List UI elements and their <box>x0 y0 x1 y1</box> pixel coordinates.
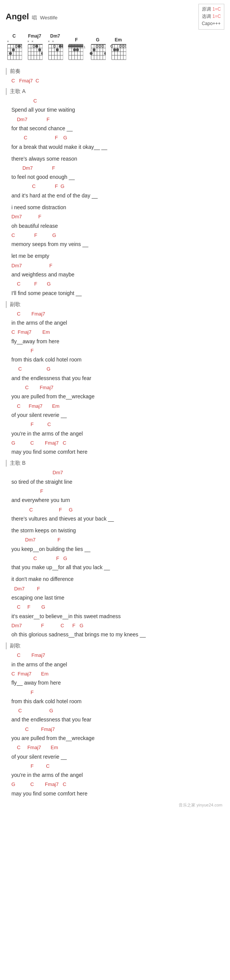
chord-diagram-F: F <box>67 37 86 60</box>
ch1-lyric-8: may you find some comfort here <box>11 447 224 457</box>
original-key-value: 1=C <box>212 6 221 13</box>
chorus2-line-6: C Fmaj7 Em of your silent reverie __ <box>11 743 224 762</box>
vb-lyric-5: you keep__on building the lies __ <box>11 544 224 554</box>
lyric-8: oh beautiful release <box>11 221 224 231</box>
chorus1-line-8: G C Fmaj7 C may you find some comfort he… <box>11 439 224 457</box>
original-key-row: 原调 1=C <box>202 6 221 13</box>
singer-label: 唱 <box>32 14 37 21</box>
chord-5: Dm7 F <box>11 164 224 172</box>
chord-diagram-Em: Em <box>110 37 126 60</box>
lyric-12: I'll find some peace tonight __ <box>11 289 224 298</box>
chorus-2-content: C Fmaj7 in the arms of the angel C Fmaj7… <box>11 651 224 799</box>
ch1-chord-5: C Fmaj7 <box>11 383 224 392</box>
chorus2-line-8: G C Fmaj7 C may you find some comfort he… <box>11 780 224 799</box>
ch1-lyric-6: of your silent reverie __ <box>11 410 224 420</box>
ch2-chord-6: C Fmaj7 Em <box>11 743 224 752</box>
ch1-lyric-7: you're in the arms of the angel <box>11 429 224 439</box>
chord-3: C F G <box>11 133 224 142</box>
vb-lyric-8: escaping one last time <box>11 593 224 603</box>
page-wrapper: Angel 唱 Westlife 原调 1=C 选调 1=C Capo+++ C… <box>0 0 230 816</box>
chorus2-line-1: C Fmaj7 in the arms of the angel <box>11 651 224 670</box>
ch2-lyric-7: you're in the arms of the angel <box>11 770 224 780</box>
ch2-lyric-4: and the endlessness that you fear <box>11 715 224 724</box>
lyric-9: memory seeps from my veins __ <box>11 240 224 249</box>
section-chorus-2: 副歌 <box>6 643 224 649</box>
chord-label-G: G <box>96 37 99 43</box>
ch2-lyric-2: fly__ away from here <box>11 678 224 687</box>
chord-12: C F G <box>11 280 224 288</box>
ch2-lyric-5: you are pulled from the__wreckage <box>11 733 224 743</box>
vb-chord-3: C F G <box>11 505 224 514</box>
chord-Fmaj7-mutes: ×× <box>26 40 43 43</box>
ch2-lyric-1: in the arms of the angel <box>11 660 224 670</box>
chorus1-line-6: C Fmaj7 Em of your silent reverie __ <box>11 402 224 420</box>
chord-label-Fmaj7: Fmaj7 <box>28 33 42 39</box>
section-chorus-1-title: 副歌 <box>10 301 21 307</box>
chorus1-line-7: F C you're in the arms of the angel <box>11 420 224 439</box>
section-chorus-1: 副歌 <box>6 301 224 308</box>
svg-rect-57 <box>68 45 83 47</box>
vb-lyric-3: there's vultures and thieves at your bac… <box>11 514 224 523</box>
lyric-3: for a break that would make it okay__ __ <box>11 142 224 152</box>
section-chorus-2-title: 副歌 <box>10 643 21 649</box>
chord-C-mutes: × <box>6 40 22 43</box>
svg-point-12 <box>12 48 15 51</box>
ch1-chord-1: C Fmaj7 <box>11 309 224 318</box>
svg-point-72 <box>93 48 96 51</box>
chord-Dm7-grid <box>47 44 63 60</box>
svg-point-58 <box>73 48 76 51</box>
chord-F-wrap: 1 <box>67 44 86 60</box>
capo-label: Capo+++ <box>202 20 221 27</box>
vb-lyric-2: and everywhere you turn <box>11 495 224 505</box>
ch1-chord-2: C Fmaj7 Em <box>11 328 224 336</box>
chorus2-line-3: F from this dark cold hotel room <box>11 688 224 706</box>
chord-diagram-Dm7: Dm7 ×× <box>47 33 64 60</box>
ch2-lyric-6: of your silent reverie __ <box>11 752 224 762</box>
ch2-chord-2: C Fmaj7 Em <box>11 670 224 678</box>
chorus1-line-2: C Fmaj7 Em fly__away from here <box>11 328 224 346</box>
chord-1: C <box>11 97 224 105</box>
svg-point-28 <box>35 45 38 48</box>
lyric-7: i need some distraction <box>11 203 224 212</box>
chord-label-F: F <box>75 37 78 43</box>
chord-8: Dm7 F <box>11 212 224 221</box>
meta-box: 原调 1=C 选调 1=C Capo+++ <box>198 4 224 30</box>
vb-chord-5: Dm7 F <box>11 535 224 544</box>
vb-line-1: Dm7 so tired of the straight line <box>11 468 224 487</box>
svg-point-59 <box>76 48 79 51</box>
vb-lyric-9: it's easier__to believe__in this sweet m… <box>11 612 224 621</box>
vb-line-5: Dm7 F you keep__on building the lies __ <box>11 535 224 554</box>
vb-line-6: C F G that you make up__for all that you… <box>11 554 224 573</box>
section-verse-a: 主歌 A <box>6 88 224 95</box>
lyric-5: to feel not good enough __ <box>11 172 224 182</box>
line-pair-8: Dm7 F oh beautiful release <box>11 212 224 231</box>
chorus1-line-3: F from this dark cold hotel room <box>11 346 224 365</box>
ch1-chord-6: C Fmaj7 Em <box>11 402 224 410</box>
footer: 音乐之家 yinyue24.com <box>6 802 224 808</box>
vb-lyric-7: it don't make no difference <box>11 574 224 584</box>
ch1-chord-8: G C Fmaj7 C <box>11 439 224 447</box>
svg-point-73 <box>104 52 106 55</box>
chorus2-line-2: C Fmaj7 Em fly__ away from here <box>11 670 224 688</box>
line-pair-6: C F G and it's hard at the end of the da… <box>11 182 224 200</box>
svg-point-89 <box>113 48 116 51</box>
lyric-4: there's always some reason <box>11 154 224 164</box>
section-verse-b-title: 主歌 B <box>10 460 26 466</box>
vb-chord-9: C F G <box>11 603 224 611</box>
chord-11: Dm7 F <box>11 261 224 270</box>
play-key-value: 1=C <box>212 13 221 20</box>
section-prelude-title: 前奏 <box>10 68 21 74</box>
play-key-label: 选调 <box>202 13 211 20</box>
lyric-1: Spend all your time waiting <box>11 105 224 115</box>
prelude-content: C Fmaj7 C <box>11 76 224 85</box>
svg-point-71 <box>90 52 93 55</box>
svg-point-30 <box>41 52 43 55</box>
vb-chord-6: C F G <box>11 554 224 563</box>
line-pair-11: Dm7 F and weightless and maybe <box>11 261 224 280</box>
singer-name: Westlife <box>40 15 58 21</box>
vb-line-3: C F G there's vultures and thieves at yo… <box>11 505 224 524</box>
chord-diagram-G: G <box>89 37 106 60</box>
lyric-2: for that second chance __ <box>11 124 224 133</box>
chord-G-grid <box>90 44 106 60</box>
vb-chord-1: Dm7 <box>11 468 224 477</box>
